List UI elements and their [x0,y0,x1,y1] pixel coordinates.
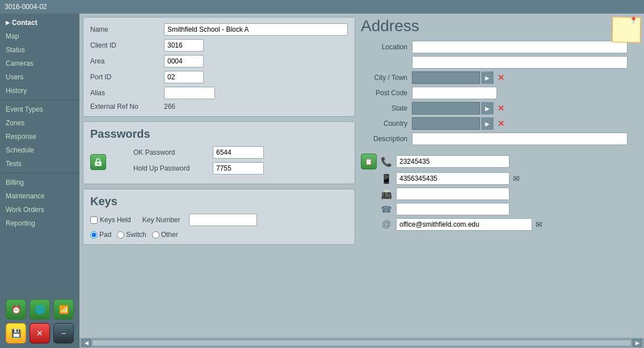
postcode-label: Post Code [361,89,412,97]
area-label: Area [90,57,164,65]
radio-switch[interactable]: Switch [117,231,146,239]
radio-other-input[interactable] [152,231,159,239]
alias-input[interactable] [164,87,215,99]
client-id-label: Client ID [90,41,164,49]
sidebar-item-tests[interactable]: Tests [0,157,79,171]
sidebar-item-event-types[interactable]: Event Types [0,103,79,116]
city-dropdown-btn[interactable]: ▶ [481,71,494,84]
port-id-input[interactable] [164,71,204,83]
contact-bottom: 📋 📞 📱 ✉ 📠 [361,154,641,231]
sms-icon[interactable]: ✉ [513,174,520,183]
name-input[interactable] [164,23,348,36]
postcode-input[interactable] [412,87,497,99]
sidebar-item-work-orders[interactable]: Work Orders [0,203,79,217]
radio-other[interactable]: Other [152,231,178,239]
key-number-label: Key Number [142,216,180,224]
area-input[interactable] [164,55,204,67]
minus-icon-btn[interactable]: − [53,323,74,343]
sidebar-item-response[interactable]: Response [0,130,79,143]
passwords-content: OK Password Hold Up Password [90,146,348,178]
scroll-right-btn[interactable]: ▶ [633,339,642,347]
left-panel: Name Client ID Area Port ID [83,17,355,334]
location-label: Location [361,43,412,51]
passwords-section: Passwords OK Password [83,121,355,184]
phone4-input[interactable] [396,203,510,215]
alias-row: Alias [90,87,348,99]
phone1-input[interactable] [396,155,510,168]
signal-icon-btn[interactable]: 📶 [53,299,74,320]
key-number-input[interactable] [189,214,257,226]
sidebar-item-history[interactable]: History [0,84,79,97]
sidebar-item-zones[interactable]: Zones [0,116,79,130]
name-label: Name [90,26,164,33]
phone3-input[interactable] [396,188,510,200]
email-send-icon[interactable]: ✉ [536,220,542,229]
content-inner: Name Client ID Area Port ID [79,14,644,338]
sidebar-item-cameras[interactable]: Cameras [0,57,79,70]
country-clear-btn[interactable]: ✕ [495,117,507,130]
state-dropdown[interactable] [412,102,480,114]
radio-switch-input[interactable] [117,231,124,239]
state-row: State ▶ ✕ [361,102,641,114]
radio-pad[interactable]: Pad [90,231,111,239]
description-label: Description [361,135,412,143]
scroll-track[interactable] [92,339,632,346]
globe-icon-btn[interactable]: 🌐 [30,299,50,320]
city-dropdown-container: ▶ ✕ [412,71,507,84]
sidebar-item-schedule[interactable]: Schedule [0,143,79,157]
sidebar-item-billing[interactable]: Billing [0,176,79,189]
cancel-icon-btn[interactable]: ✕ [30,323,50,343]
location-input2[interactable] [412,56,628,69]
sidebar-item-map[interactable]: Map [0,29,79,43]
sidebar-icon-row-2: 💾 ✕ − [6,323,74,343]
save-icon-btn[interactable]: 💾 [6,323,26,343]
location-input1[interactable] [412,41,628,53]
phone2-input[interactable] [396,172,510,185]
fax-icon: 📠 [380,189,393,200]
client-id-input[interactable] [164,39,204,52]
ext-ref-value: 266 [164,103,175,111]
state-label: State [361,104,412,112]
sidebar-item-reporting[interactable]: Reporting [0,217,79,230]
ext-ref-row: External Ref No 266 [90,103,348,111]
address-form: Location City / Town ▶ [361,41,641,148]
svg-point-1 [98,163,99,164]
description-input[interactable] [412,133,628,145]
contact-row-phone4: ☎ [361,203,641,215]
contact-row-phone1: 📋 📞 [361,154,641,169]
city-clear-btn[interactable]: ✕ [495,71,507,84]
passwords-icon-btn[interactable] [90,154,106,170]
country-dropdown-btn[interactable]: ▶ [481,117,494,130]
keys-held-label[interactable]: Keys Held [90,216,131,224]
voip-icon: ☎ [380,204,393,215]
contact-icon-btn[interactable]: 📋 [361,154,377,169]
holdup-password-input[interactable] [213,162,264,175]
sidebar: Contact Map Status Cameras Users History… [0,14,79,348]
keys-held-checkbox[interactable] [90,217,98,224]
sidebar-divider-1 [0,100,79,100]
state-clear-btn[interactable]: ✕ [495,102,507,114]
sidebar-item-status[interactable]: Status [0,43,79,57]
radio-pad-input[interactable] [90,231,98,239]
alarm-icon-btn[interactable]: ⏰ [6,299,26,320]
city-dropdown[interactable] [412,71,480,84]
window-title: 3016-0004-02 [5,3,47,11]
scroll-left-btn[interactable]: ◀ [82,339,91,347]
city-row: City / Town ▶ ✕ [361,71,641,84]
ok-password-input[interactable] [213,146,264,159]
email-input[interactable] [396,218,532,231]
email-icon: @ [380,219,393,230]
sidebar-item-maintenance[interactable]: Maintenance [0,189,79,203]
client-id-row: Client ID [90,39,348,52]
area-row: Area [90,55,348,67]
sidebar-item-users[interactable]: Users [0,70,79,84]
sticky-pin: 📍 [629,16,638,24]
passwords-title: Passwords [90,128,348,141]
sidebar-item-contact[interactable]: Contact [0,16,79,29]
state-dropdown-btn[interactable]: ▶ [481,102,494,114]
ok-password-label: OK Password [133,148,213,156]
port-id-row: Port ID [90,71,348,83]
country-dropdown-container: ▶ ✕ [412,117,507,130]
country-dropdown[interactable] [412,117,480,130]
city-label: City / Town [361,74,412,82]
